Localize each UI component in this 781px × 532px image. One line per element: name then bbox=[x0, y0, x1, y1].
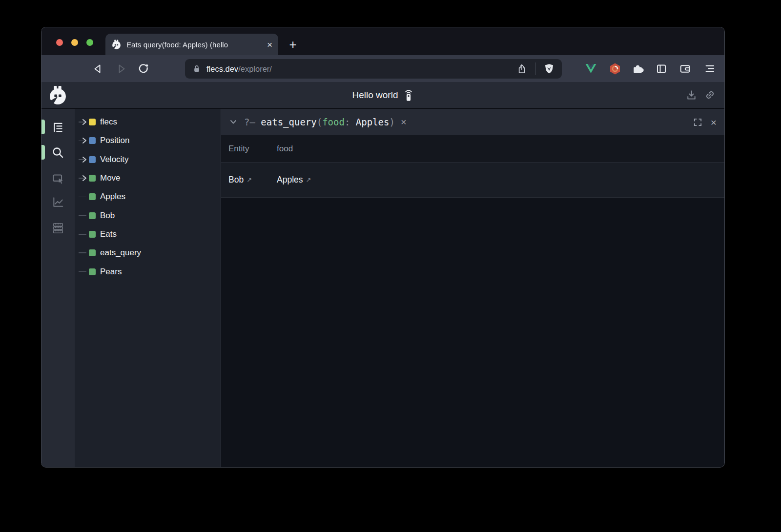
tab-title: Eats query(food: Apples) (hello bbox=[126, 41, 254, 49]
new-tab-button[interactable]: + bbox=[286, 37, 300, 52]
component-color-tag bbox=[89, 156, 96, 163]
external-link-icon: ↗ bbox=[247, 176, 252, 184]
tree-item-position[interactable]: Position bbox=[75, 131, 220, 150]
query-header: ?– eats_query(food: Apples) × × bbox=[221, 109, 724, 135]
tab-bar: Eats query(food: Apples) (hello × + bbox=[41, 27, 724, 55]
lock-icon bbox=[192, 64, 202, 74]
wallet-icon[interactable] bbox=[678, 61, 692, 76]
component-color-tag bbox=[89, 268, 96, 275]
expand-arrow-icon[interactable] bbox=[79, 155, 87, 164]
window-controls bbox=[56, 39, 93, 46]
component-color-tag bbox=[89, 249, 96, 256]
leaf-dash-icon bbox=[79, 230, 87, 239]
tree-item-label: Pears bbox=[100, 267, 122, 277]
url-bar[interactable]: flecs.dev/explorer/ bbox=[185, 59, 562, 79]
tree-item-pears[interactable]: Pears bbox=[75, 262, 220, 281]
active-indicator bbox=[41, 120, 45, 134]
url-text: flecs.dev/explorer/ bbox=[206, 64, 272, 74]
tree-item-label: Position bbox=[100, 136, 129, 145]
leaf-dash-icon bbox=[79, 192, 87, 201]
browser-window: Eats query(food: Apples) (hello × + bbox=[41, 27, 725, 468]
brave-shield-icon[interactable] bbox=[543, 63, 555, 75]
hexagon-extension-icon[interactable] bbox=[608, 61, 622, 76]
world-title: Hello world bbox=[352, 90, 398, 101]
share-icon[interactable] bbox=[516, 63, 527, 74]
expand-arrow-icon[interactable] bbox=[79, 174, 87, 183]
divider bbox=[535, 62, 535, 75]
tree-item-label: flecs bbox=[100, 117, 117, 127]
component-color-tag bbox=[89, 137, 96, 144]
tree-item-flecs[interactable]: flecs bbox=[75, 113, 220, 131]
tree-item-label: Apples bbox=[100, 192, 125, 202]
leaf-dash-icon bbox=[79, 267, 87, 276]
inspector-panel-button[interactable] bbox=[51, 172, 64, 185]
entity-cell[interactable]: Bob↗ bbox=[228, 175, 277, 185]
result-table-header: Entity food bbox=[221, 135, 724, 163]
panel-rail bbox=[41, 109, 75, 468]
tree-item-label: eats_query bbox=[100, 248, 141, 258]
remote-connection-icon bbox=[404, 89, 413, 102]
empty-results-area bbox=[221, 198, 724, 468]
external-link-icon: ↗ bbox=[306, 176, 311, 184]
tree-item-apples[interactable]: Apples bbox=[75, 187, 220, 206]
tree-item-bob[interactable]: Bob bbox=[75, 206, 220, 225]
close-panel-icon[interactable]: × bbox=[711, 117, 717, 127]
download-icon[interactable] bbox=[686, 89, 697, 101]
query-expression[interactable]: ?– eats_query(food: Apples) bbox=[244, 117, 395, 127]
leaf-dash-icon bbox=[79, 248, 87, 257]
expand-arrow-icon[interactable] bbox=[79, 118, 87, 126]
flecs-favicon-icon bbox=[111, 40, 122, 50]
tab-close-icon[interactable]: × bbox=[267, 40, 272, 49]
browser-tab[interactable]: Eats query(food: Apples) (hello × bbox=[105, 34, 278, 55]
query-search-panel-button[interactable] bbox=[51, 146, 64, 159]
component-color-tag bbox=[89, 231, 96, 238]
column-header-entity: Entity bbox=[228, 144, 277, 154]
sidebar-toggle-icon[interactable] bbox=[654, 61, 668, 76]
fullscreen-icon[interactable] bbox=[693, 118, 702, 127]
component-color-tag bbox=[89, 212, 96, 219]
active-indicator bbox=[41, 145, 45, 160]
tree-item-label: Move bbox=[100, 173, 121, 183]
collapse-chevron-icon[interactable] bbox=[229, 118, 238, 126]
back-button[interactable] bbox=[91, 62, 104, 75]
entities-tree-panel-button[interactable] bbox=[51, 121, 64, 134]
close-window-button[interactable] bbox=[56, 39, 63, 46]
food-cell[interactable]: Apples↗ bbox=[277, 175, 325, 185]
component-color-tag bbox=[89, 175, 96, 182]
entity-tree: flecs Position Velocity bbox=[75, 109, 220, 468]
browser-toolbar: flecs.dev/explorer/ bbox=[41, 55, 724, 82]
stats-chart-panel-button[interactable] bbox=[51, 195, 64, 208]
component-color-tag bbox=[89, 193, 96, 200]
extensions-puzzle-icon[interactable] bbox=[631, 61, 645, 76]
vue-devtools-icon[interactable] bbox=[584, 61, 598, 76]
leaf-dash-icon bbox=[79, 211, 87, 220]
app-header: Hello world bbox=[41, 82, 724, 109]
tables-panel-button[interactable] bbox=[51, 221, 64, 234]
tree-item-label: Velocity bbox=[100, 155, 129, 164]
tree-item-eats-query[interactable]: eats_query bbox=[75, 244, 220, 262]
component-color-tag bbox=[89, 119, 96, 125]
expand-arrow-icon[interactable] bbox=[79, 136, 87, 145]
tree-item-velocity[interactable]: Velocity bbox=[75, 150, 220, 169]
reload-button[interactable] bbox=[137, 62, 150, 75]
column-header-food: food bbox=[277, 144, 325, 154]
tree-item-move[interactable]: Move bbox=[75, 169, 220, 187]
tree-item-label: Eats bbox=[100, 229, 117, 239]
tree-item-label: Bob bbox=[100, 211, 115, 221]
query-panel: ?– eats_query(food: Apples) × × Entity f… bbox=[220, 109, 724, 468]
result-table-row: Bob↗ Apples↗ bbox=[221, 163, 724, 198]
copy-link-icon[interactable] bbox=[704, 89, 716, 101]
forward-button[interactable] bbox=[114, 62, 127, 75]
clear-query-icon[interactable]: × bbox=[401, 117, 407, 127]
browser-menu-icon[interactable] bbox=[702, 61, 717, 76]
tree-item-eats[interactable]: Eats bbox=[75, 225, 220, 244]
flecs-logo-icon[interactable] bbox=[48, 85, 68, 105]
minimize-window-button[interactable] bbox=[71, 39, 78, 46]
zoom-window-button[interactable] bbox=[86, 39, 93, 46]
